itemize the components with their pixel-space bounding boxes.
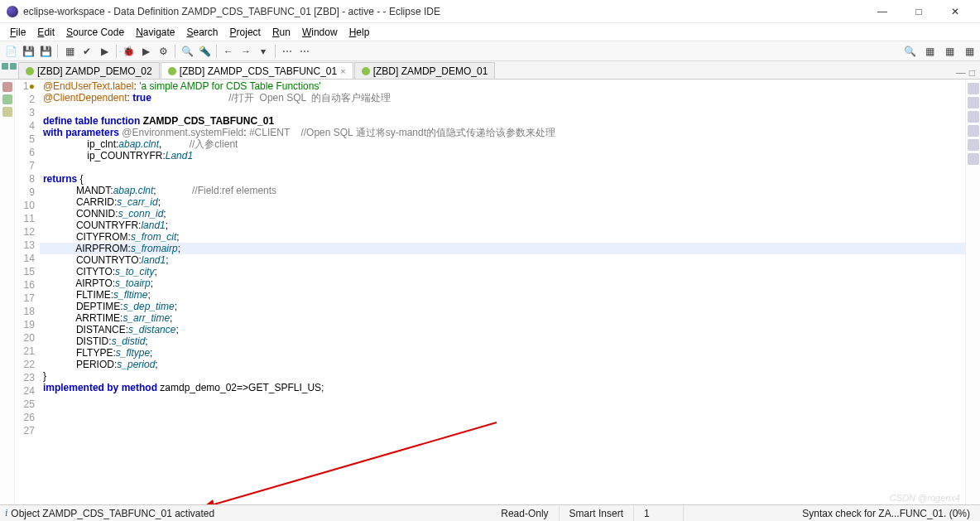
status-message: Object ZAMDP_CDS_TABFUNC_01 activated	[11, 508, 214, 519]
code-line[interactable]: DEPTIME:s_dep_time;	[40, 301, 965, 312]
quick-access-icon[interactable]: 🔍	[902, 44, 917, 59]
code-line[interactable]: }	[40, 370, 965, 382]
tab-label: [ZBD] ZAMDP_DEMO_02	[37, 65, 152, 77]
code-line[interactable]: AIRPTO:s_toairp;	[40, 277, 965, 289]
code-line[interactable]: FLTYPE:s_fltype;	[40, 347, 965, 359]
main-toolbar: 📄 💾 💾 ▦ ✔ ▶ 🐞 ▶ ⚙ 🔍 🔦 ← → ▾ ⋯ ⋯ 🔍 ▦ ▦ ▦	[0, 41, 980, 61]
perspective-debug-icon[interactable]: ▦	[942, 44, 957, 59]
save-icon[interactable]: 💾	[21, 44, 36, 59]
outline-icon[interactable]	[968, 83, 979, 94]
window-title: eclipse-workspace - Data Definition ZAMD…	[23, 6, 864, 17]
code-line[interactable]: ARRTIME:s_arr_time;	[40, 312, 965, 324]
right-strip	[965, 80, 980, 504]
perspective-java-icon[interactable]: ▦	[962, 44, 977, 59]
tab-left-icons	[2, 63, 17, 70]
activate-icon[interactable]: ▦	[62, 44, 77, 59]
tab-file-icon	[168, 67, 176, 75]
status-insert: Smart Insert	[560, 505, 634, 521]
code-line[interactable]: DISTANCE:s_distance;	[40, 324, 965, 335]
tab-maximize-icon[interactable]: □	[969, 67, 975, 79]
misc-icon[interactable]: ⋯	[280, 44, 295, 59]
info-icon: i	[5, 507, 7, 519]
check-icon[interactable]: ✔	[79, 44, 94, 59]
outline-icon[interactable]	[968, 111, 979, 123]
code-editor[interactable]: 1●23456789101112131415161718192021222324…	[15, 80, 965, 504]
code-line[interactable]: CITYTO:s_to_city;	[40, 266, 965, 277]
menu-file[interactable]: File	[5, 25, 31, 40]
outline-icon[interactable]	[968, 153, 979, 165]
menu-bar: FileEditSource CodeNavigateSearchProject…	[0, 23, 980, 41]
close-button[interactable]: ✕	[937, 0, 973, 23]
tab-label: [ZBD] ZAMDP_DEMO_01	[373, 65, 488, 77]
tab-minimize-icon[interactable]: —	[956, 67, 966, 79]
gutter-icon[interactable]	[2, 107, 12, 117]
editor-tab-bar: [ZBD] ZAMDP_DEMO_02[ZBD] ZAMDP_CDS_TABFU…	[0, 61, 980, 80]
eclipse-icon	[7, 6, 18, 17]
menu-source-code[interactable]: Source Code	[61, 25, 129, 40]
debug-icon[interactable]: 🐞	[121, 44, 136, 59]
code-line[interactable]: with parameters @Environment.systemField…	[40, 127, 965, 138]
misc2-icon[interactable]: ⋯	[297, 44, 312, 59]
code-line[interactable]: ip_COUNTRYFR:Land1	[40, 150, 965, 162]
perspective-abap-icon[interactable]: ▦	[922, 44, 937, 59]
nav-drop-icon[interactable]: ▾	[256, 44, 271, 59]
open-type-icon[interactable]: 🔍	[180, 44, 195, 59]
outline-icon[interactable]	[968, 139, 979, 151]
tab-label: [ZBD] ZAMDP_CDS_TABFUNC_01	[180, 65, 337, 77]
gutter-icon[interactable]	[2, 82, 12, 92]
menu-help[interactable]: Help	[344, 25, 375, 40]
outline-icon[interactable]	[968, 97, 979, 109]
left-gutter	[0, 80, 15, 504]
status-syntax: Syntax check for ZA...FUNC_01. (0%)	[684, 505, 980, 521]
run2-icon[interactable]: ▶	[138, 44, 153, 59]
title-bar: eclipse-workspace - Data Definition ZAMD…	[0, 0, 980, 23]
menu-run[interactable]: Run	[267, 25, 295, 40]
code-line[interactable]	[40, 104, 965, 115]
nav-forward-icon[interactable]: →	[238, 44, 253, 59]
code-line[interactable]: implemented by method zamdp_demo_02=>GET…	[40, 382, 965, 393]
tab-file-icon	[26, 67, 34, 75]
run-icon[interactable]: ▶	[97, 44, 112, 59]
editor-tab[interactable]: [ZBD] ZAMDP_DEMO_01	[354, 62, 496, 79]
outline-icon[interactable]	[968, 125, 979, 137]
minimize-button[interactable]: —	[864, 0, 901, 23]
tab-file-icon	[362, 67, 370, 75]
code-line[interactable]: CONNID:s_conn_id;	[40, 208, 965, 219]
code-line[interactable]: CARRID:s_carr_id;	[40, 196, 965, 208]
maximize-button[interactable]: □	[901, 0, 937, 23]
status-readonly: Read-Only	[491, 505, 559, 521]
code-line[interactable]: @ClientDependent: true //打开 Open SQL 的自动…	[40, 92, 965, 104]
new-icon[interactable]: 📄	[3, 44, 18, 59]
close-icon[interactable]: ×	[340, 66, 345, 76]
code-line[interactable]: CITYFROM:s_from_cit;	[40, 231, 965, 243]
code-line[interactable]: ip_clnt:abap.clnt, //入参client	[40, 138, 965, 150]
code-line[interactable]: FLTIME:s_fltime;	[40, 289, 965, 301]
code-line[interactable]: PERIOD:s_period;	[40, 359, 965, 370]
menu-search[interactable]: Search	[182, 25, 223, 40]
code-line[interactable]: MANDT:abap.clnt; //Field:ref elements	[40, 185, 965, 196]
status-bar: i Object ZAMDP_CDS_TABFUNC_01 activated …	[0, 504, 980, 521]
code-line[interactable]: returns {	[40, 173, 965, 185]
status-position: 1	[634, 505, 684, 521]
editor-tab[interactable]: [ZBD] ZAMDP_CDS_TABFUNC_01×	[161, 62, 353, 79]
menu-window[interactable]: Window	[297, 25, 343, 40]
save-all-icon[interactable]: 💾	[38, 44, 53, 59]
code-line[interactable]: COUNTRYFR:land1;	[40, 219, 965, 231]
editor-area: 1●23456789101112131415161718192021222324…	[0, 80, 980, 504]
nav-back-icon[interactable]: ←	[221, 44, 236, 59]
menu-project[interactable]: Project	[225, 25, 266, 40]
editor-tab[interactable]: [ZBD] ZAMDP_DEMO_02	[18, 62, 160, 79]
search-icon[interactable]: 🔦	[197, 44, 212, 59]
code-line[interactable]: AIRPFROM:s_fromairp;	[40, 243, 965, 254]
gutter-icon[interactable]	[2, 94, 12, 104]
menu-navigate[interactable]: Navigate	[131, 25, 180, 40]
code-line[interactable]: @EndUserText.label: 'a simple AMDP for C…	[40, 80, 965, 92]
menu-edit[interactable]: Edit	[32, 25, 60, 40]
external-icon[interactable]: ⚙	[156, 44, 171, 59]
code-line[interactable]	[40, 162, 965, 173]
code-line[interactable]: COUNTRYTO:land1;	[40, 254, 965, 266]
code-line[interactable]: DISTID:s_distid;	[40, 335, 965, 347]
watermark: CSDN @rogerix4	[890, 493, 960, 503]
code-line[interactable]: define table function ZAMDP_CDS_TABFUNC_…	[40, 115, 965, 127]
